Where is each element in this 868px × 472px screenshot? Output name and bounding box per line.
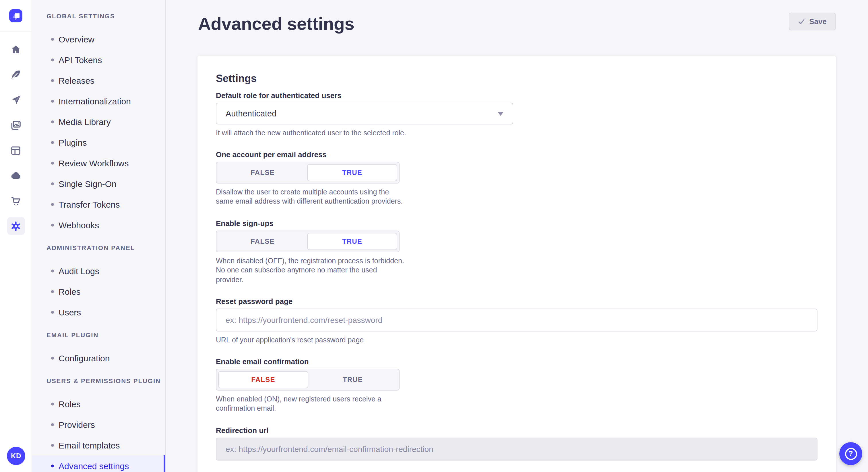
- bullet-icon: [51, 402, 54, 405]
- sign-ups-false-option[interactable]: FALSE: [218, 233, 307, 250]
- field-one-account: One account per email address FALSE TRUE…: [216, 150, 817, 206]
- field-email-confirmation: Enable email confirmation FALSE TRUE Whe…: [216, 357, 817, 413]
- bullet-icon: [51, 464, 54, 467]
- sidebar-item-label: API Tokens: [59, 55, 102, 65]
- sidebar-item-email-templates[interactable]: Email templates: [32, 435, 165, 456]
- bullet-icon: [51, 357, 54, 359]
- home-nav-button[interactable]: [0, 37, 32, 62]
- sidebar-item-transfer-tokens[interactable]: Transfer Tokens: [32, 194, 165, 214]
- save-button[interactable]: Save: [788, 12, 836, 30]
- sidebar-section-users-permissions-plugin: USERS & PERMISSIONS PLUGIN Roles Provide…: [32, 375, 165, 472]
- media-library-nav-button[interactable]: [0, 112, 32, 138]
- sidebar-item-internationalization[interactable]: Internationalization: [32, 91, 165, 111]
- sidebar-item-audit-logs[interactable]: Audit Logs: [32, 260, 165, 281]
- main-content: Advanced settings Save Settings Default …: [166, 0, 868, 472]
- one-account-toggle: FALSE TRUE: [216, 162, 400, 183]
- sidebar-item-label: Configuration: [59, 353, 110, 363]
- question-mark-icon: ?: [845, 448, 857, 460]
- settings-nav-button[interactable]: [0, 213, 32, 239]
- bullet-icon: [51, 444, 54, 446]
- section-title: EMAIL PLUGIN: [32, 329, 165, 341]
- sidebar-item-webhooks[interactable]: Webhooks: [32, 214, 165, 235]
- sidebar-item-api-tokens[interactable]: API Tokens: [32, 49, 165, 70]
- email-confirmation-label: Enable email confirmation: [216, 357, 817, 367]
- app-window: KD GLOBAL SETTINGS Overview API Tokens R…: [0, 0, 868, 472]
- card-section-title: Settings: [216, 72, 817, 86]
- sidebar-item-label: Webhooks: [59, 220, 99, 230]
- bullet-icon: [51, 224, 54, 226]
- sidebar-item-label: Audit Logs: [59, 266, 99, 276]
- layout-icon: [10, 144, 22, 156]
- bullet-icon: [51, 269, 54, 272]
- cloud-icon: [9, 169, 22, 182]
- sidebar-section-administration-panel: ADMINISTRATION PANEL Audit Logs Roles Us…: [32, 242, 165, 322]
- help-button[interactable]: ?: [839, 442, 862, 465]
- reset-password-input[interactable]: [216, 308, 817, 332]
- sidebar-item-releases[interactable]: Releases: [32, 70, 165, 91]
- one-account-true-option[interactable]: TRUE: [307, 164, 397, 181]
- sign-ups-label: Enable sign-ups: [216, 219, 817, 228]
- email-confirmation-true-option[interactable]: TRUE: [308, 371, 397, 388]
- sidebar-item-admin-users[interactable]: Users: [32, 302, 165, 322]
- settings-card: Settings Default role for authenticated …: [197, 56, 836, 472]
- redirection-url-input[interactable]: [216, 438, 817, 461]
- one-account-hint: Disallow the user to create multiple acc…: [216, 188, 406, 206]
- bullet-icon: [51, 79, 54, 82]
- sidebar-item-up-roles[interactable]: Roles: [32, 394, 165, 414]
- section-title: ADMINISTRATION PANEL: [32, 242, 165, 254]
- sidebar-item-label: Internationalization: [59, 96, 131, 106]
- sidebar-item-label: Plugins: [59, 137, 87, 147]
- reset-password-hint: URL of your application's reset password…: [216, 336, 817, 345]
- settings-active-tile: [7, 217, 25, 235]
- settings-sidebar: GLOBAL SETTINGS Overview API Tokens Rele…: [32, 0, 166, 472]
- sidebar-item-single-sign-on[interactable]: Single Sign-On: [32, 173, 165, 194]
- paper-plane-icon: [10, 94, 22, 105]
- redirection-url-label: Redirection url: [216, 426, 817, 435]
- sidebar-item-providers[interactable]: Providers: [32, 414, 165, 435]
- bullet-icon: [51, 290, 54, 293]
- releases-nav-button[interactable]: [0, 87, 32, 112]
- icon-rail: KD: [0, 0, 32, 472]
- rail-icon-nav: [0, 32, 32, 239]
- email-confirmation-toggle: FALSE TRUE: [216, 369, 400, 391]
- bullet-icon: [51, 182, 54, 185]
- one-account-label: One account per email address: [216, 150, 817, 160]
- marketplace-nav-button[interactable]: [0, 188, 32, 213]
- one-account-false-option[interactable]: FALSE: [218, 164, 307, 181]
- sidebar-item-label: Roles: [59, 399, 81, 409]
- sidebar-section-email-plugin: EMAIL PLUGIN Configuration: [32, 329, 165, 368]
- sidebar-item-label: Providers: [59, 419, 95, 429]
- email-confirmation-false-option[interactable]: FALSE: [218, 371, 308, 388]
- bullet-icon: [51, 58, 54, 61]
- sidebar-section-global-settings: GLOBAL SETTINGS Overview API Tokens Rele…: [32, 10, 165, 235]
- sidebar-item-admin-roles[interactable]: Roles: [32, 281, 165, 302]
- content-builder-nav-button[interactable]: [0, 62, 32, 87]
- avatar[interactable]: KD: [7, 447, 25, 465]
- content-manager-nav-button[interactable]: [0, 138, 32, 163]
- save-button-label: Save: [809, 17, 827, 26]
- sidebar-item-label: Roles: [59, 286, 81, 296]
- check-icon: [798, 18, 805, 25]
- sidebar-item-media-library[interactable]: Media Library: [32, 111, 165, 132]
- sidebar-item-label: Transfer Tokens: [59, 199, 120, 209]
- default-role-hint: It will attach the new authenticated use…: [216, 129, 817, 138]
- sign-ups-hint: When disabled (OFF), the registration pr…: [216, 256, 406, 284]
- sign-ups-true-option[interactable]: TRUE: [307, 233, 397, 250]
- sidebar-item-advanced-settings[interactable]: Advanced settings: [32, 456, 165, 472]
- sidebar-item-label: Email templates: [59, 440, 120, 450]
- sidebar-item-label: Users: [59, 307, 81, 317]
- strapi-logo[interactable]: [9, 9, 22, 22]
- sign-ups-toggle: FALSE TRUE: [216, 231, 400, 252]
- sidebar-item-plugins[interactable]: Plugins: [32, 132, 165, 153]
- sidebar-item-label: Advanced settings: [59, 461, 129, 471]
- images-icon: [10, 119, 22, 131]
- sidebar-item-email-configuration[interactable]: Configuration: [32, 347, 165, 368]
- bullet-icon: [51, 203, 54, 206]
- bullet-icon: [51, 141, 54, 144]
- default-role-select[interactable]: Authenticated: [216, 103, 513, 125]
- sidebar-item-review-workflows[interactable]: Review Workflows: [32, 153, 165, 173]
- sidebar-item-overview[interactable]: Overview: [32, 29, 165, 49]
- bullet-icon: [51, 120, 54, 123]
- deploy-nav-button[interactable]: [0, 163, 32, 188]
- bullet-icon: [51, 310, 54, 313]
